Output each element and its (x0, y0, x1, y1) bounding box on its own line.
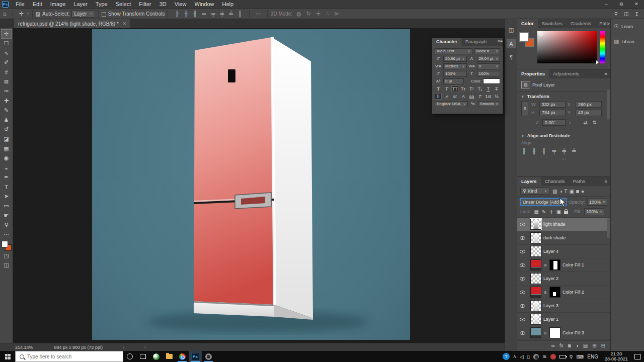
format-button[interactable]: Tᴛ (460, 85, 467, 92)
restore-button[interactable]: ⧉ (614, 1, 629, 8)
menu-item[interactable]: Window (190, 1, 218, 8)
eyedropper-tool[interactable]: ✑ (1, 86, 12, 96)
link-layers-icon[interactable]: ∞ (551, 343, 555, 348)
layer-row[interactable]: 8 Layer 1 (517, 313, 610, 326)
layer-row[interactable]: 8 Color Fill 2 (517, 286, 610, 299)
visibility-toggle[interactable] (517, 326, 528, 339)
visibility-toggle[interactable] (517, 299, 528, 312)
visibility-toggle[interactable] (517, 286, 528, 299)
layer-mask-thumbnail[interactable] (549, 259, 560, 270)
menu-item[interactable]: Help (218, 1, 238, 8)
layer-name[interactable]: Layer 3 (543, 303, 558, 308)
opacity-field[interactable]: 100%∨ (587, 199, 607, 206)
character-panel-tab[interactable]: Character (432, 38, 461, 46)
document-canvas[interactable] (92, 29, 410, 340)
canvas-pasteboard[interactable] (14, 28, 505, 343)
tool-preset-chevron[interactable]: ∨ (27, 12, 29, 16)
visibility-toggle[interactable] (517, 272, 528, 285)
align-icon[interactable]: ╪ (562, 148, 566, 154)
layer-filter-icon[interactable]: ▣ (570, 189, 574, 194)
kerning-select[interactable]: Metrics∨ (443, 63, 467, 69)
history-panel-icon[interactable]: ◫ (507, 25, 516, 35)
menu-item[interactable]: View (171, 1, 191, 8)
new-layer-icon[interactable]: ⊞ (592, 343, 596, 348)
keyboard-icon[interactable]: ⌨ (577, 354, 584, 359)
format-button[interactable]: T (485, 85, 492, 92)
fill-field[interactable]: 100%∨ (584, 208, 604, 215)
lock-option-icon[interactable]: ✛ (549, 209, 553, 215)
font-size-select[interactable]: 20.96 pt∨ (443, 56, 467, 62)
menu-item[interactable]: Select (112, 1, 135, 8)
color-panel-tab[interactable]: Swatches (538, 19, 567, 28)
share-icon[interactable]: ↥ (635, 11, 639, 17)
show-transform-checkbox[interactable] (102, 12, 106, 17)
y-field[interactable]: 43 px (576, 110, 602, 116)
healing-brush-tool[interactable]: ✚ (1, 96, 12, 106)
format-button[interactable]: T (493, 85, 500, 92)
angle-field[interactable]: 0.00° (542, 119, 566, 126)
hue-slider-handle[interactable] (596, 60, 599, 64)
opentype-button[interactable]: T (476, 93, 484, 100)
brush-tool[interactable]: ✎ (1, 106, 12, 115)
layer-thumbnail[interactable] (530, 314, 541, 325)
flip-horizontal-icon[interactable]: ⇄ (583, 120, 587, 125)
delete-layer-icon[interactable]: ⊟ (601, 343, 605, 348)
color-panel-tab[interactable]: Gradients (567, 19, 595, 28)
layer-name[interactable]: Layer 2 (543, 276, 558, 281)
format-button[interactable]: T¹ (468, 85, 475, 92)
marquee-tool[interactable]: ☐ (1, 39, 12, 48)
format-button[interactable]: TT (451, 85, 458, 92)
auto-select-checkbox[interactable] (36, 12, 40, 17)
layer-filter-select[interactable]: ⚲ Kind ∨ (520, 188, 549, 195)
search-icon[interactable]: ⚲ (614, 11, 618, 17)
learn-panel-button[interactable]: ☉ Learn (611, 19, 644, 34)
3d-mode-icon[interactable]: ✛ (316, 11, 320, 17)
path-selection-tool[interactable]: ➤ (1, 192, 12, 201)
usb-icon[interactable]: ⚲ (570, 354, 573, 359)
speaker-icon[interactable]: ◁ (520, 354, 524, 359)
layer-name[interactable]: Color Fill 3 (562, 330, 584, 335)
move-tool[interactable]: ✛ (1, 29, 12, 39)
layer-name[interactable]: Color Fill 1 (562, 262, 584, 267)
menu-item[interactable]: Edit (29, 1, 46, 8)
align-section-header[interactable]: ∨ Align and Distribute (517, 131, 610, 139)
opentype-button[interactable]: st (451, 93, 458, 100)
close-button[interactable]: ✕ (629, 1, 644, 8)
visibility-toggle[interactable] (517, 245, 528, 258)
layer-name[interactable]: dark shade (543, 235, 566, 240)
color-panel-tab[interactable]: Color (517, 19, 538, 28)
character-panel-tab[interactable]: Paragraph (461, 38, 491, 46)
layer-filter-icon[interactable]: T (565, 189, 568, 194)
zoom-tool[interactable]: ⚲ (1, 220, 12, 230)
align-icon[interactable]: ╟ (522, 148, 526, 154)
layer-row[interactable]: 8 Color Fill 1 (517, 258, 610, 272)
horizontal-scale-field[interactable]: 100% (477, 71, 501, 77)
lock-all-icon[interactable] (564, 211, 568, 214)
antialias-select[interactable]: Smooth∨ (478, 101, 500, 107)
3d-mode-icon[interactable]: ◍ (296, 11, 301, 17)
battery-icon[interactable] (559, 355, 566, 358)
tracking-select[interactable]: 0∨ (477, 63, 501, 69)
layers-panel-tab[interactable]: Channels (541, 177, 569, 186)
cortana-button[interactable] (123, 351, 136, 362)
align-icon[interactable]: ╧ (229, 11, 233, 17)
layer-mask-thumbnail[interactable] (549, 287, 560, 298)
file-explorer-button[interactable] (163, 351, 176, 362)
3d-mode-icon[interactable]: ∴ (326, 11, 329, 17)
visibility-toggle[interactable] (517, 258, 528, 272)
menu-item[interactable]: 3D (155, 1, 171, 8)
layer-filter-icon[interactable]: ◑ (559, 189, 562, 194)
format-button[interactable]: T (435, 85, 442, 92)
hue-slider[interactable] (600, 31, 605, 63)
align-icon[interactable]: ═ (202, 11, 206, 17)
quick-mask-icon[interactable]: ◳ (1, 251, 12, 260)
taskbar-search[interactable] (15, 351, 123, 362)
layer-mask-thumbnail[interactable] (549, 327, 560, 338)
frame-tool[interactable]: ⊠ (1, 77, 12, 86)
3d-mode-icon[interactable]: ↻ (306, 11, 311, 17)
lock-option-icon[interactable]: ✎ (542, 209, 546, 215)
new-group-icon[interactable]: ▤ (583, 343, 588, 348)
align-icon[interactable]: ╢ (193, 11, 197, 17)
history-brush-tool[interactable]: ↺ (1, 125, 12, 134)
leading-select[interactable]: 29.04 pt∨ (477, 56, 501, 62)
